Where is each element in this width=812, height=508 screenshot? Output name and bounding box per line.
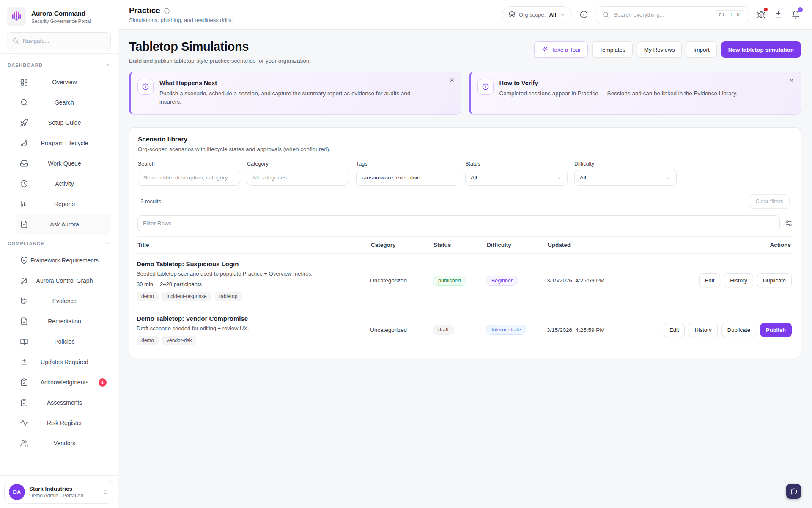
app-root: Aurora Command Security Governance Porta…	[0, 0, 812, 508]
sidebar-item-label: Overview	[28, 79, 107, 86]
info-banners: What Happens Next Publish a scenario, sc…	[118, 72, 812, 115]
scenario-title: Demo Tabletop: Vendor Compromise	[137, 315, 370, 322]
templates-button[interactable]: Templates	[592, 41, 633, 58]
page-header: Tabletop Simulations Build and publish t…	[118, 30, 812, 72]
sidebar-item-label: Search	[28, 99, 107, 106]
global-search[interactable]: Ctrl K	[596, 6, 749, 23]
sidebar-section-header[interactable]: COMPLIANCE	[7, 240, 111, 250]
user-menu[interactable]: DA Stark Industries Demo Admin · Portal …	[4, 480, 113, 504]
publish-button[interactable]: Publish	[760, 323, 792, 337]
sidebar: Aurora Command Security Governance Porta…	[0, 0, 118, 508]
new-simulation-button[interactable]: New tabletop simulation	[721, 41, 801, 58]
close-icon[interactable]	[449, 77, 455, 83]
bug-icon	[757, 10, 765, 19]
filter-tags-label: Tags	[356, 161, 458, 167]
sidebar-item-label: Program Lifecycle	[28, 140, 107, 146]
chevron-down-icon	[560, 12, 565, 18]
col-status: Status	[433, 237, 486, 253]
sidebar-item-label: Assessments	[28, 399, 107, 406]
user-role: Demo Admin · Portal Ad...	[29, 493, 88, 499]
close-icon[interactable]	[788, 77, 795, 83]
take-tour-button[interactable]: Take a Tour	[534, 41, 588, 58]
avatar: DA	[9, 484, 25, 500]
sidebar-item-activity[interactable]: Activity	[16, 174, 111, 194]
sidebar-item-ask-aurora[interactable]: Ask Aurora	[16, 214, 111, 235]
notifications-button[interactable]	[790, 9, 801, 20]
sidebar-item-vendors[interactable]: Vendors	[16, 433, 111, 453]
sidebar-section-header[interactable]: DASHBOARD	[7, 62, 111, 72]
app-section-title: Practice	[129, 6, 160, 15]
global-search-input[interactable]	[614, 11, 710, 18]
folder-tree-icon	[20, 297, 28, 305]
tag-chip: demo	[137, 292, 159, 301]
scenario-participants: 2–20 participants	[160, 281, 202, 287]
sidebar-item-framework-requirements[interactable]: Framework Requirements	[16, 250, 111, 271]
clear-filters-button[interactable]: Clear filters	[749, 194, 790, 209]
my-reviews-button[interactable]: My Reviews	[637, 41, 682, 58]
chevron-down-icon	[556, 175, 562, 181]
sidebar-section: DASHBOARDOverviewSearchSetup GuideProgra…	[7, 62, 111, 235]
import-button[interactable]: Import	[686, 41, 716, 58]
sidebar-item-work-queue[interactable]: Work Queue	[16, 153, 111, 174]
sidebar-item-remediation[interactable]: Remediation	[16, 311, 111, 331]
sidebar-item-search[interactable]: Search	[16, 92, 111, 113]
take-tour-label: Take a Tour	[551, 47, 581, 53]
sidebar-item-overview[interactable]: Overview	[16, 72, 111, 92]
history-button[interactable]: History	[689, 323, 717, 337]
chat-widget-button[interactable]	[786, 484, 801, 499]
debug-button[interactable]	[756, 9, 766, 20]
view-settings-icon[interactable]	[785, 219, 793, 227]
filter-rows-input[interactable]	[143, 220, 774, 226]
sidebar-item-setup-guide[interactable]: Setup Guide	[16, 113, 111, 133]
info-icon	[164, 8, 170, 14]
col-actions: Actions	[644, 237, 793, 253]
edit-button[interactable]: Edit	[699, 273, 720, 287]
scope-info-button[interactable]	[579, 9, 589, 20]
scenario-updated: 3/15/2026, 4:25:59 PM	[547, 277, 644, 284]
sidebar-item-label: Risk Register	[28, 420, 107, 426]
brand: Aurora Command Security Governance Porta…	[0, 0, 118, 31]
history-button[interactable]: History	[724, 273, 753, 287]
difficulty-badge: Beginner	[486, 276, 518, 286]
col-updated: Updated	[547, 237, 644, 253]
filter-status-select[interactable]: All	[465, 170, 568, 186]
sidebar-item-program-lifecycle[interactable]: Program Lifecycle	[16, 133, 111, 153]
filter-category-input[interactable]	[252, 174, 344, 181]
sidebar-item-reports[interactable]: Reports	[16, 194, 111, 214]
filter-search-input[interactable]	[143, 174, 235, 181]
duplicate-button[interactable]: Duplicate	[721, 323, 756, 337]
sidebar-item-label: Setup Guide	[28, 119, 107, 126]
duplicate-button[interactable]: Duplicate	[757, 273, 792, 287]
sidebar-item-updates-required[interactable]: Updates Required	[16, 352, 111, 372]
navigate-input[interactable]	[23, 38, 105, 44]
search-icon	[602, 11, 609, 18]
quick-add-button[interactable]	[773, 9, 784, 20]
tag-chip: vendor-risk	[162, 336, 196, 345]
sidebar-item-label: Vendors	[28, 440, 107, 447]
sidebar-item-evidence[interactable]: Evidence	[16, 291, 111, 311]
org-scope-selector[interactable]: Org scope: All	[502, 6, 572, 23]
sidebar-navigate-search[interactable]	[7, 32, 111, 49]
rocket-icon	[20, 119, 28, 127]
file-text-icon	[20, 220, 28, 229]
filter-tags-input[interactable]	[362, 174, 453, 181]
sidebar-item-label: Aurora Control Graph	[28, 277, 107, 284]
sidebar-item-label: Evidence	[28, 298, 107, 304]
scenario-table: Title Category Status Difficulty Updated…	[136, 215, 794, 352]
banner-how-to-verify: How to Verify Completed sessions appear …	[469, 72, 801, 115]
sidebar-item-risk-register[interactable]: Risk Register	[16, 413, 111, 433]
sidebar-section-label: COMPLIANCE	[8, 241, 44, 246]
sidebar-item-assessments[interactable]: Assessments	[16, 392, 111, 413]
app-section-subtitle: Simulations, phishing, and readiness dri…	[129, 17, 233, 23]
info-icon	[137, 79, 154, 95]
filter-difficulty-select[interactable]: All	[574, 170, 677, 186]
scenario-description: Seeded tabletop scenario used to populat…	[137, 271, 370, 277]
edit-button[interactable]: Edit	[664, 323, 685, 337]
page-title: Tabletop Simulations	[129, 40, 311, 54]
sidebar-item-acknowledgments[interactable]: Acknowledgments1	[16, 372, 111, 392]
scenario-updated: 3/15/2026, 4:25:59 PM	[547, 327, 644, 333]
clipboard-check-icon	[20, 398, 28, 407]
clipboard-check-icon	[20, 378, 28, 387]
sidebar-item-aurora-control-graph[interactable]: Aurora Control Graph	[16, 271, 111, 291]
sidebar-item-policies[interactable]: Policies	[16, 331, 111, 352]
